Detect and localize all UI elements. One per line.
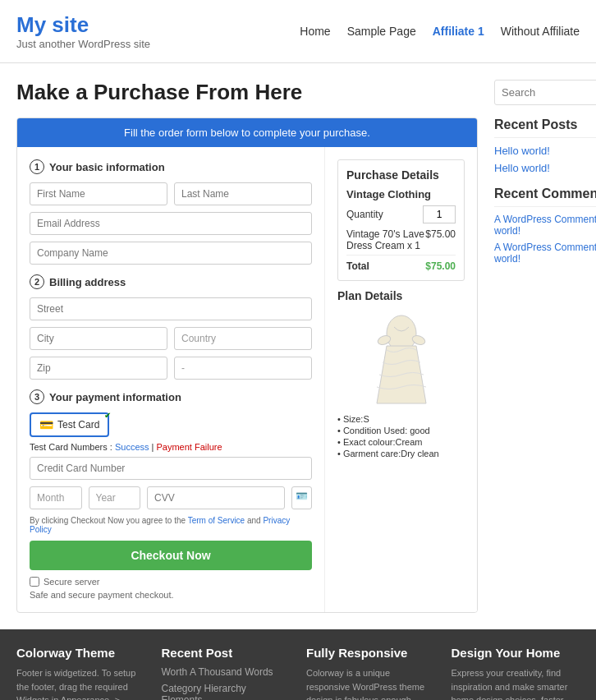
purchase-title: Purchase Details [346,168,456,182]
page-title: Make a Purchase From Here [16,80,478,105]
footer-post-link-2[interactable]: Category Hierarchy Elements [162,683,291,700]
form-body: 1 Your basic information [17,147,477,612]
basic-info-section-title: 1 Your basic information [30,159,312,174]
header: My site Just another WordPress site Home… [0,0,596,63]
plan-title: Plan Details [337,289,465,302]
credit-card-row [30,457,312,480]
agree-text: By clicking Checkout Now you agree to th… [30,516,312,534]
footer-col2-title: Recent Post [162,646,291,660]
footer-col4-title: Design Your Home [452,646,580,660]
plan-detail-item-3: Garment care:Dry clean [337,449,465,458]
footer-col3-title: Fully Responsive [306,646,435,660]
footer-post-link-1[interactable]: Worth A Thousand Words [162,666,291,678]
secure-checkbox[interactable] [30,577,39,587]
footer-col3-text: Colorway is a unique responsive WordPres… [306,666,435,700]
footer-col1-title: Colorway Theme [16,646,145,660]
commenter-link-1[interactable]: A WordPress Commenter [494,214,596,225]
sidebar: 🔍 Recent Posts Hello world! Hello world!… [494,80,596,613]
purchase-details-box: Purchase Details Vintage Clothing Quanti… [337,159,465,281]
form-left: 1 Your basic information [17,147,325,612]
recent-posts-title: Recent Posts [494,117,596,138]
check-icon: ✔ [104,411,111,420]
product-name: Vintage Clothing [346,188,456,200]
company-row [30,242,312,265]
item-price-row: Vintage 70's Lave Dress Cream x 1 $75.00 [346,228,456,251]
email-row [30,212,312,235]
footer-col-4: Design Your Home Express your creativity… [452,646,580,700]
city-input[interactable] [30,327,167,350]
search-input[interactable] [502,86,596,99]
search-box: 🔍 [494,80,596,105]
dress-image [337,309,465,408]
site-title-block: My site Just another WordPress site [16,12,150,50]
commenter-link-2[interactable]: A WordPress Commenter [494,242,596,253]
card-icon: 💳 [39,418,53,431]
recent-posts-section: Recent Posts Hello world! Hello world! [494,117,596,174]
cvv-icon: 🪪 [291,486,312,509]
quantity-label: Quantity [346,209,383,220]
post-link-1[interactable]: Hello world! [494,145,596,157]
checkout-button[interactable]: Checkout Now [30,541,312,570]
card-btn-label: Test Card [57,419,99,431]
plan-detail-item-0: Size:S [337,414,465,424]
zip-select[interactable]: - [174,357,312,380]
site-tagline: Just another WordPress site [16,38,150,50]
failure-link[interactable]: Payment Failure [157,442,222,452]
credit-card-input[interactable] [30,457,312,480]
footer-col-1: Colorway Theme Footer is widgetized. To … [16,646,145,700]
first-name-input[interactable] [30,182,167,205]
nav-without-affiliate[interactable]: Without Affiliate [501,25,580,38]
nav-home[interactable]: Home [300,25,330,38]
zip-input[interactable] [30,357,167,380]
card-button[interactable]: 💳 Test Card ✔ [30,412,109,437]
form-right: Purchase Details Vintage Clothing Quanti… [325,147,477,612]
total-price: $75.00 [425,260,456,272]
footer-col-3: Fully Responsive Colorway is a unique re… [306,646,435,700]
street-row [30,297,312,320]
test-card-label: Test Card Numbers : [30,442,112,452]
content-area: Make a Purchase From Here Fill the order… [16,80,478,613]
year-select[interactable]: Year [89,486,141,509]
country-select[interactable]: Country [174,327,312,350]
comment-2: A WordPress Commenter on Hello world! [494,242,596,265]
city-country-row: Country [30,327,312,350]
purchase-form-box: Fill the order form below to complete yo… [16,117,478,613]
zip-row: - [30,357,312,380]
form-header: Fill the order form below to complete yo… [17,118,477,147]
recent-comments-section: Recent Comments A WordPress Commenter on… [494,187,596,265]
card-btn-row: 💳 Test Card ✔ [30,412,312,442]
main-nav: Home Sample Page Affiliate 1 Without Aff… [300,25,580,38]
nav-sample-page[interactable]: Sample Page [347,25,416,38]
footer: Colorway Theme Footer is widgetized. To … [0,629,596,700]
payment-label: Your payment information [49,391,181,403]
post-link-2[interactable]: Hello world! [494,162,596,174]
site-name: My site [16,12,150,38]
comment-1: A WordPress Commenter on Hello world! [494,214,596,237]
month-select[interactable]: Month [30,486,82,509]
safe-text: Safe and secure payment checkout. [30,590,312,600]
secure-row: Secure server [30,577,312,587]
dress-svg [364,309,438,408]
footer-col1-text: Footer is widgetized. To setup the foote… [16,666,145,700]
cvv-input[interactable] [147,486,285,509]
plan-detail-item-1: Condition Used: good [337,426,465,435]
tos-link[interactable]: Term of Service [188,516,245,525]
section-num-2: 2 [30,274,44,289]
main-container: Make a Purchase From Here Fill the order… [0,63,596,629]
payment-section-title: 3 Your payment information [30,389,312,404]
last-name-input[interactable] [174,182,312,205]
street-input[interactable] [30,297,312,320]
billing-label: Billing address [49,276,126,288]
email-input[interactable] [30,212,312,235]
success-link[interactable]: Success [115,442,149,452]
billing-section-title: 2 Billing address [30,274,312,289]
item-price: $75.00 [425,228,456,251]
nav-affiliate1[interactable]: Affiliate 1 [433,25,484,38]
agree-prefix: By clicking Checkout Now you agree to th… [30,516,186,525]
recent-comments-title: Recent Comments [494,187,596,207]
footer-col4-text: Express your creativity, find inspiratio… [452,666,580,700]
company-input[interactable] [30,242,312,265]
total-row: Total $75.00 [346,255,456,272]
name-row [30,182,312,205]
quantity-input[interactable] [423,205,456,223]
